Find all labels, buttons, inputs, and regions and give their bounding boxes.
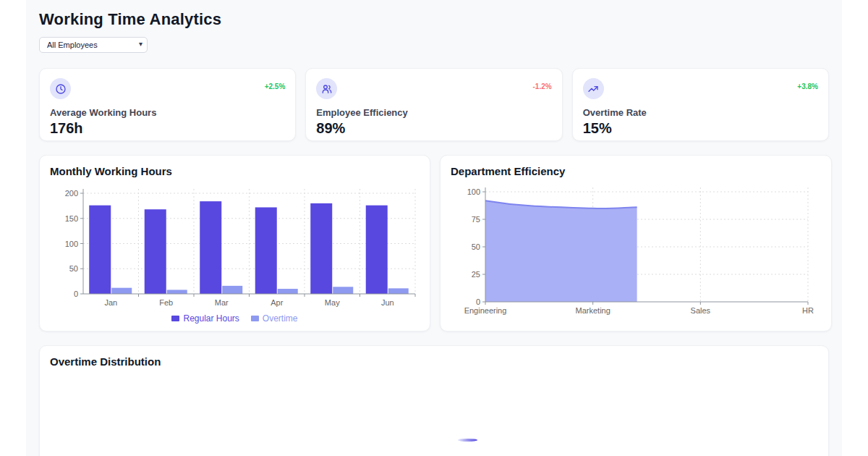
page-title: Working Time Analytics [39, 10, 829, 29]
svg-text:HR: HR [802, 306, 814, 315]
chart-title: Overtime Distribution [50, 355, 818, 368]
svg-text:150: 150 [65, 214, 78, 223]
department-efficiency-area-chart: 0255075100EngineeringMarketingSalesHR [451, 185, 821, 316]
kpi-card-average-working-hours: +2.5% Average Working Hours 176h [39, 68, 296, 141]
kpi-card-employee-efficiency: -1.2% Employee Efficiency 89% [305, 68, 562, 141]
trend-up-icon [583, 78, 604, 99]
legend-item-regular-hours[interactable]: Regular Hours [171, 313, 239, 324]
svg-text:Mar: Mar [215, 298, 229, 307]
chart-card-overtime-distribution: Overtime Distribution [39, 345, 829, 456]
kpi-card-overtime-rate: +3.8% Overtime Rate 15% [572, 68, 829, 141]
svg-text:Feb: Feb [159, 298, 173, 307]
clock-icon [50, 78, 71, 99]
svg-text:Apr: Apr [271, 298, 283, 307]
svg-text:Jan: Jan [104, 298, 117, 307]
svg-text:May: May [325, 298, 340, 307]
legend-swatch [251, 316, 259, 321]
kpi-label: Employee Efficiency [316, 107, 551, 118]
legend-item-overtime[interactable]: Overtime [251, 313, 298, 324]
svg-text:Jun: Jun [381, 298, 394, 307]
svg-text:Engineering: Engineering [464, 306, 507, 315]
pie-chart-loading-sliver [458, 439, 477, 442]
monthly-hours-bar-chart: 050100150200JanFebMarAprMayJun [50, 185, 420, 312]
chart-card-monthly-working-hours: Monthly Working Hours 050100150200JanFeb… [39, 155, 430, 332]
legend-swatch [171, 316, 179, 321]
kpi-value: 15% [583, 120, 818, 137]
employee-filter-select[interactable]: All Employees [39, 37, 148, 53]
svg-text:200: 200 [65, 189, 78, 198]
employee-filter: All Employees ▾ [39, 37, 148, 53]
chart-card-department-efficiency: Department Efficiency 0255075100Engineer… [440, 155, 832, 332]
kpi-change: -1.2% [533, 83, 552, 90]
svg-text:100: 100 [65, 240, 78, 248]
users-icon [316, 78, 337, 99]
kpi-value: 89% [316, 120, 551, 137]
svg-text:0: 0 [74, 290, 78, 298]
kpi-row: +2.5% Average Working Hours 176h -1.2% E… [39, 68, 829, 141]
dashboard-container: Working Time Analytics All Employees ▾ +… [26, 0, 842, 456]
svg-text:50: 50 [472, 242, 480, 251]
kpi-change: +3.8% [797, 83, 818, 90]
svg-text:Marketing: Marketing [576, 306, 610, 315]
kpi-value: 176h [50, 120, 285, 137]
chart-title: Department Efficiency [451, 165, 821, 177]
svg-text:0: 0 [476, 297, 480, 306]
svg-text:50: 50 [69, 264, 78, 273]
kpi-label: Overtime Rate [583, 107, 818, 118]
legend-label: Regular Hours [183, 313, 239, 324]
chart-title: Monthly Working Hours [50, 165, 420, 177]
kpi-label: Average Working Hours [50, 107, 285, 118]
chart-legend: Regular Hours Overtime [50, 313, 420, 324]
legend-label: Overtime [263, 313, 298, 324]
svg-text:25: 25 [472, 270, 480, 279]
kpi-change: +2.5% [265, 83, 286, 90]
svg-text:Sales: Sales [691, 306, 711, 315]
svg-text:75: 75 [472, 215, 480, 224]
svg-text:100: 100 [467, 187, 480, 196]
charts-row: Monthly Working Hours 050100150200JanFeb… [39, 155, 829, 332]
